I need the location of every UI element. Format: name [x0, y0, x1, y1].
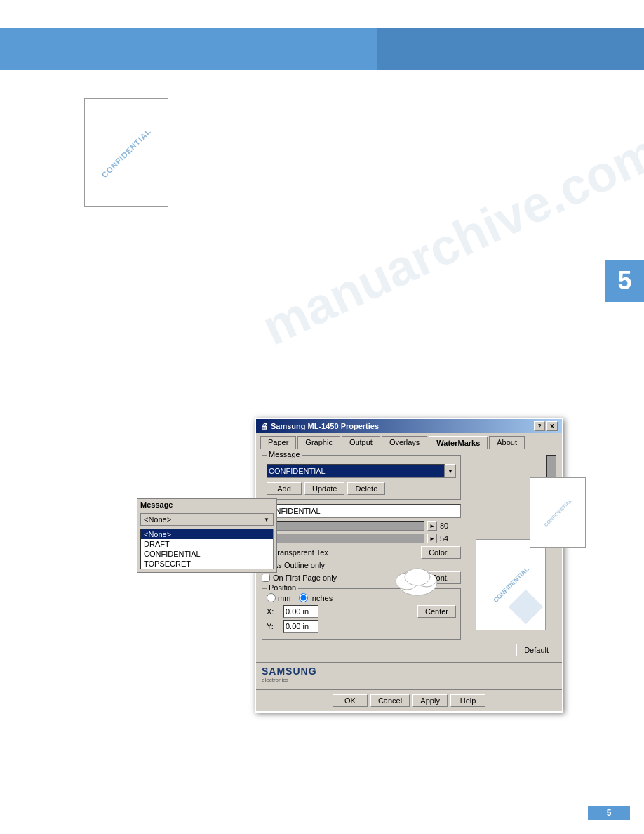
- radio-inches[interactable]: [299, 593, 308, 602]
- dialog-ok-row: OK Cancel Apply Help: [256, 689, 562, 711]
- page-number: 5: [607, 808, 612, 818]
- small-paper-watermark: CONFIDENTIAL: [543, 498, 572, 527]
- position-group-label: Position: [267, 583, 298, 592]
- update-button[interactable]: Update: [304, 482, 344, 495]
- radio-inches-item[interactable]: inches: [299, 593, 333, 602]
- dialog-titlebar-buttons: ? X: [534, 421, 558, 431]
- secondary-dropdown-value: <None>: [142, 515, 262, 524]
- slider2-track[interactable]: [274, 534, 424, 543]
- center-button[interactable]: Center: [417, 605, 456, 618]
- dropdown-item-topsecret[interactable]: TOPSECRET: [141, 559, 273, 569]
- x-label: X:: [267, 607, 281, 616]
- radio-mm-label: mm: [278, 594, 290, 602]
- apply-button[interactable]: Apply: [412, 694, 448, 707]
- slider2-right-arrow[interactable]: ►: [427, 534, 437, 543]
- help-footer-button[interactable]: Help: [450, 694, 485, 707]
- dialog-title-text: Samsung ML-1450 Properties: [271, 422, 379, 430]
- dialog-tabs: Paper Graphic Output Overlays WaterMarks…: [256, 433, 562, 449]
- dropdown-item-draft[interactable]: DRAFT: [141, 539, 273, 549]
- slider1-right-arrow[interactable]: ►: [427, 521, 437, 531]
- preview-paper: CONFIDENTIAL: [476, 539, 546, 630]
- message-select-display[interactable]: CONFIDENTIAL: [267, 464, 445, 478]
- tab-overlays[interactable]: Overlays: [382, 436, 427, 449]
- paper-preview-main: CONFIDENTIAL: [84, 98, 168, 207]
- message-buttons-row: Add Update Delete: [267, 482, 456, 495]
- dialog-content: Message CONFIDENTIAL ▼ Add Update Delete: [256, 449, 562, 662]
- dialog-body-main: Message CONFIDENTIAL ▼ Add Update Delete: [262, 455, 556, 640]
- message-select-arrow[interactable]: ▼: [445, 464, 456, 478]
- secondary-dropdown-header[interactable]: <None> ▼: [140, 513, 274, 526]
- color-button[interactable]: Color...: [421, 546, 461, 559]
- tab-graphic[interactable]: Graphic: [297, 436, 340, 449]
- message-group-label: Message: [267, 450, 302, 458]
- tab-paper[interactable]: Paper: [260, 436, 296, 449]
- samsung-text: SAMSUNG: [262, 666, 317, 677]
- first-page-checkbox[interactable]: [262, 574, 270, 582]
- header-bar-left: [0, 28, 365, 70]
- svg-point-3: [405, 569, 430, 585]
- preview-diamond: [509, 590, 543, 624]
- y-label: Y:: [267, 622, 281, 630]
- message-select-wrapper[interactable]: CONFIDENTIAL ▼: [267, 464, 456, 478]
- close-titlebar-button[interactable]: X: [546, 421, 558, 431]
- x-input[interactable]: [283, 605, 318, 618]
- header-bar-right: [377, 28, 644, 70]
- dropdown-item-confidential[interactable]: CONFIDENTIAL: [141, 549, 273, 559]
- bg-watermark: manuarchive.com: [253, 122, 644, 356]
- secondary-dropdown[interactable]: Message <None> ▼ <None> DRAFT CONFIDENTI…: [137, 498, 277, 573]
- tab-about[interactable]: About: [489, 436, 525, 449]
- radio-inches-label: inches: [310, 594, 333, 602]
- dialog-title-icon: 🖨: [260, 422, 268, 430]
- ok-button[interactable]: OK: [333, 694, 368, 707]
- watermark-text-input[interactable]: [262, 504, 461, 518]
- footer-left: SAMSUNG electronics: [262, 666, 318, 687]
- message-group: Message CONFIDENTIAL ▼ Add Update Delete: [262, 455, 461, 500]
- add-button[interactable]: Add: [267, 482, 302, 495]
- dialog-footer: SAMSUNG electronics: [256, 662, 562, 689]
- transparent-label: Transparent Tex: [273, 548, 328, 557]
- dialog-title-area: 🖨 Samsung ML-1450 Properties: [260, 422, 379, 430]
- paper-watermark: CONFIDENTIAL: [100, 126, 153, 179]
- dialog-titlebar: 🖨 Samsung ML-1450 Properties ? X: [256, 419, 562, 433]
- slider1-row: ◄ ► 80: [262, 521, 461, 531]
- message-dropdown-row: CONFIDENTIAL ▼: [267, 464, 456, 478]
- y-input[interactable]: [283, 620, 318, 633]
- slider2-value: 54: [440, 534, 461, 543]
- samsung-logo: SAMSUNG electronics: [262, 666, 318, 687]
- radio-mm[interactable]: [267, 593, 276, 602]
- secondary-dropdown-list[interactable]: <None> DRAFT CONFIDENTIAL TOPSECRET: [140, 529, 274, 569]
- cloud-bubble: [393, 562, 442, 597]
- delete-button[interactable]: Delete: [347, 482, 385, 495]
- tab-output[interactable]: Output: [342, 436, 380, 449]
- slider2-row: ◄ ► 54: [262, 534, 461, 543]
- radio-mm-item[interactable]: mm: [267, 593, 290, 602]
- tab-watermarks[interactable]: WaterMarks: [429, 436, 488, 449]
- slider1-track[interactable]: [274, 521, 424, 531]
- help-titlebar-button[interactable]: ?: [534, 421, 545, 431]
- default-button[interactable]: Default: [516, 644, 556, 656]
- header-bar: [0, 28, 644, 70]
- dialog-left-panel: Message CONFIDENTIAL ▼ Add Update Delete: [262, 455, 461, 640]
- x-coord-row: X: Center: [267, 605, 456, 618]
- secondary-dropdown-label: Message: [137, 499, 276, 510]
- chapter-badge: 5: [605, 260, 644, 302]
- samsung-sub-text: electronics: [262, 677, 288, 683]
- default-button-row: Default: [262, 644, 556, 656]
- first-page-label: On First Page only: [273, 574, 337, 582]
- small-paper-preview: CONFIDENTIAL: [530, 477, 586, 548]
- y-coord-row: Y:: [267, 620, 456, 633]
- as-outline-label: As Outline only: [273, 561, 325, 569]
- dropdown-item-none[interactable]: <None>: [141, 529, 273, 539]
- slider1-value: 80: [440, 522, 461, 530]
- secondary-dropdown-arrow[interactable]: ▼: [262, 517, 271, 523]
- transparent-checkbox-row: Transparent Tex Color...: [262, 546, 461, 559]
- page-number-area: 5: [588, 806, 630, 820]
- cancel-button[interactable]: Cancel: [370, 694, 410, 707]
